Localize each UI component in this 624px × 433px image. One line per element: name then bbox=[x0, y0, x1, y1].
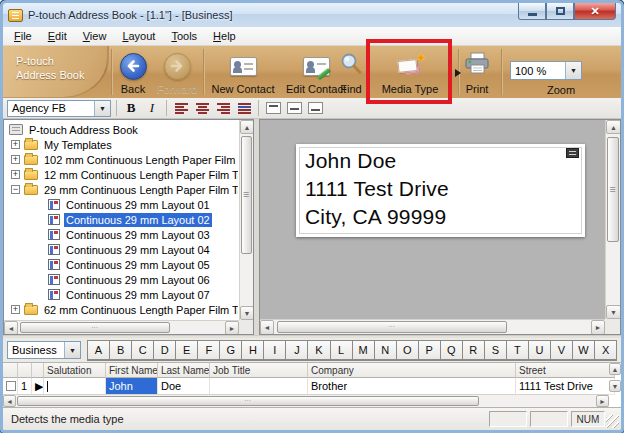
column-header-company[interactable]: Company bbox=[308, 363, 516, 378]
scroll-up-icon[interactable]: ▲ bbox=[240, 120, 254, 134]
tree-item[interactable]: Continuous 29 mm Layout 01 bbox=[5, 197, 238, 212]
menu-view[interactable]: View bbox=[75, 28, 115, 44]
column-header-first-name[interactable]: First Name bbox=[106, 363, 158, 378]
preview-hscroll-thumb[interactable]: ⋯ bbox=[277, 321, 507, 333]
preview-horizontal-scrollbar[interactable]: ◄ ⋯ ► bbox=[260, 319, 605, 334]
tree-item[interactable]: P-touch Address Book bbox=[5, 122, 238, 137]
scroll-down-icon[interactable]: ▼ bbox=[240, 306, 254, 320]
cell-salutation[interactable] bbox=[44, 378, 106, 395]
forward-button[interactable]: Forward bbox=[153, 49, 201, 96]
tree-item[interactable]: Continuous 29 mm Layout 04 bbox=[5, 242, 238, 257]
tree-item-label[interactable]: Continuous 29 mm Layout 03 bbox=[64, 228, 212, 242]
align-center-button[interactable] bbox=[193, 100, 211, 116]
alphabet-tab-n[interactable]: N bbox=[374, 340, 396, 360]
resize-grip-icon[interactable] bbox=[606, 415, 619, 428]
menu-edit[interactable]: Edit bbox=[40, 28, 75, 44]
table-horizontal-scrollbar[interactable]: ◄ ⋯ ► bbox=[3, 394, 609, 407]
cell-street[interactable]: 1111 Test Drive bbox=[516, 378, 615, 395]
bold-button[interactable]: B bbox=[122, 100, 140, 116]
alphabet-tab-f[interactable]: F bbox=[197, 340, 219, 360]
collapse-icon[interactable]: − bbox=[11, 185, 20, 194]
zoom-select[interactable]: 100 % ▼ bbox=[510, 61, 582, 80]
alphabet-tab-m[interactable]: M bbox=[352, 340, 374, 360]
cell-company[interactable]: Brother bbox=[308, 378, 516, 395]
new-contact-button[interactable]: New Contact bbox=[207, 49, 279, 96]
back-button[interactable]: Back bbox=[113, 49, 153, 96]
tree-item-label[interactable]: Continuous 29 mm Layout 06 bbox=[64, 273, 212, 287]
alphabet-tab-j[interactable]: J bbox=[285, 340, 307, 360]
tree-item[interactable]: Continuous 29 mm Layout 03 bbox=[5, 227, 238, 242]
font-dropdown-button[interactable]: ▼ bbox=[94, 101, 110, 116]
alphabet-tab-s[interactable]: S bbox=[484, 340, 506, 360]
expand-icon[interactable]: + bbox=[11, 155, 20, 164]
preview-vertical-scrollbar[interactable]: ▲ ☰ ▼ bbox=[605, 120, 620, 319]
column-header-salutation[interactable]: Salutation bbox=[44, 363, 106, 378]
font-select[interactable]: Agency FB ▼ bbox=[7, 100, 111, 117]
find-button[interactable]: Find bbox=[335, 49, 367, 96]
table-hscroll-thumb[interactable]: ⋯ bbox=[17, 396, 479, 406]
close-button[interactable]: ✕ bbox=[574, 3, 616, 20]
tree-item-label[interactable]: 62 mm Continuous Length Paper Film Tape bbox=[42, 303, 238, 317]
tree-item-label[interactable]: Continuous 29 mm Layout 05 bbox=[64, 258, 212, 272]
tree-item-label[interactable]: 102 mm Continuous Length Paper Film Tape bbox=[42, 153, 238, 167]
tree-vertical-scrollbar[interactable]: ▲ ☰ ▼ bbox=[239, 120, 253, 320]
title-bar[interactable]: P-touch Address Book - [1.1"] - [Busines… bbox=[3, 3, 621, 27]
preview-scroll-thumb[interactable]: ☰ bbox=[607, 137, 619, 242]
tree-item-label[interactable]: P-touch Address Book bbox=[27, 123, 140, 137]
alphabet-tab-l[interactable]: L bbox=[330, 340, 352, 360]
view-dropdown-button[interactable]: ▼ bbox=[64, 342, 80, 358]
alphabet-tab-c[interactable]: C bbox=[131, 340, 153, 360]
expand-icon[interactable]: + bbox=[11, 170, 20, 179]
justify-button[interactable] bbox=[235, 100, 253, 116]
scroll-down-icon[interactable]: ▼ bbox=[609, 380, 621, 392]
alphabet-tab-o[interactable]: O bbox=[396, 340, 418, 360]
alphabet-tab-w[interactable]: W bbox=[572, 340, 594, 360]
cell-job-title[interactable] bbox=[210, 378, 308, 395]
minimize-button[interactable] bbox=[518, 3, 546, 20]
expand-icon[interactable]: + bbox=[11, 305, 20, 314]
tree-item[interactable]: Continuous 29 mm Layout 07 bbox=[5, 287, 238, 302]
tree-item[interactable]: Continuous 29 mm Layout 05 bbox=[5, 257, 238, 272]
align-left-button[interactable] bbox=[172, 100, 190, 116]
label-text[interactable]: John Doe 1111 Test Drive City, CA 99999 bbox=[305, 147, 449, 231]
table-vertical-scrollbar[interactable]: ▲ ▼ bbox=[609, 363, 621, 395]
alphabet-tab-g[interactable]: G bbox=[219, 340, 241, 360]
menu-layout[interactable]: Layout bbox=[114, 28, 163, 44]
scroll-left-icon[interactable]: ◄ bbox=[260, 320, 274, 335]
column-header-street[interactable]: Street bbox=[516, 363, 615, 378]
menu-help[interactable]: Help bbox=[205, 28, 244, 44]
tree-item[interactable]: Continuous 29 mm Layout 06 bbox=[5, 272, 238, 287]
row-select-cell[interactable] bbox=[3, 378, 18, 395]
column-header-last-name[interactable]: Last Name bbox=[158, 363, 210, 378]
alphabet-tab-d[interactable]: D bbox=[153, 340, 175, 360]
cell-last-name[interactable]: Doe bbox=[158, 378, 210, 395]
zoom-dropdown-button[interactable]: ▼ bbox=[565, 62, 581, 79]
align-middle-button[interactable] bbox=[285, 100, 303, 116]
expand-icon[interactable]: + bbox=[11, 140, 20, 149]
scroll-up-icon[interactable]: ▲ bbox=[606, 120, 621, 134]
table-row[interactable]: 1▶JohnDoeBrother1111 Test Drive bbox=[3, 378, 621, 395]
tree-item[interactable]: +102 mm Continuous Length Paper Film Tap… bbox=[5, 152, 238, 167]
alphabet-tab-t[interactable]: T bbox=[506, 340, 528, 360]
tree-item[interactable]: +62 mm Continuous Length Paper Film Tape bbox=[5, 302, 238, 317]
tree-item-label[interactable]: Continuous 29 mm Layout 04 bbox=[64, 243, 212, 257]
tree-item-label[interactable]: Continuous 29 mm Layout 02 bbox=[64, 213, 212, 227]
tree-horizontal-scrollbar[interactable]: ◄ ⋯ ► bbox=[4, 320, 239, 334]
tree-item[interactable]: +My Templates bbox=[5, 137, 238, 152]
view-select[interactable]: Business ▼ bbox=[7, 341, 81, 359]
menu-file[interactable]: File bbox=[6, 28, 40, 44]
tree-item[interactable]: −29 mm Continuous Length Paper Film Tape bbox=[5, 182, 238, 197]
tree-item-label[interactable]: Continuous 29 mm Layout 07 bbox=[64, 288, 212, 302]
maximize-button[interactable] bbox=[546, 3, 574, 20]
scroll-left-icon[interactable]: ◄ bbox=[3, 395, 16, 407]
tree-item[interactable]: Continuous 29 mm Layout 02 bbox=[5, 212, 238, 227]
tree-item-label[interactable]: My Templates bbox=[42, 138, 114, 152]
cell-first-name[interactable]: John bbox=[106, 378, 158, 395]
scroll-down-icon[interactable]: ▼ bbox=[606, 305, 621, 319]
alphabet-tab-p[interactable]: P bbox=[418, 340, 440, 360]
alphabet-tab-r[interactable]: R bbox=[462, 340, 484, 360]
align-top-button[interactable] bbox=[264, 100, 282, 116]
alphabet-tab-h[interactable]: H bbox=[241, 340, 263, 360]
tree-item-label[interactable]: 12 mm Continuous Length Paper Film Tape bbox=[42, 168, 238, 182]
tree-item-label[interactable]: 29 mm Continuous Length Paper Film Tape bbox=[42, 183, 238, 197]
